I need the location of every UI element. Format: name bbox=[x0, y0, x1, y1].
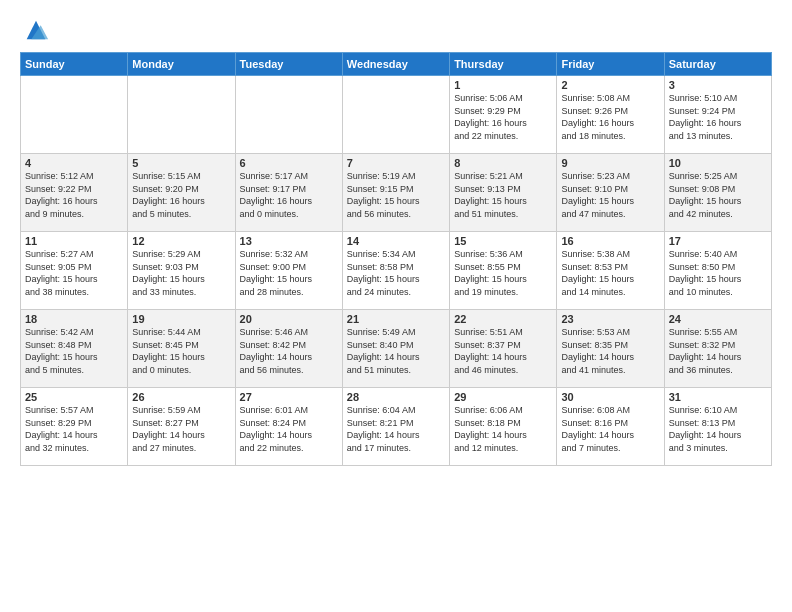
day-info: Sunrise: 6:06 AM Sunset: 8:18 PM Dayligh… bbox=[454, 404, 552, 454]
day-info: Sunrise: 6:01 AM Sunset: 8:24 PM Dayligh… bbox=[240, 404, 338, 454]
calendar-cell: 19Sunrise: 5:44 AM Sunset: 8:45 PM Dayli… bbox=[128, 310, 235, 388]
day-number: 2 bbox=[561, 79, 659, 91]
calendar-cell: 23Sunrise: 5:53 AM Sunset: 8:35 PM Dayli… bbox=[557, 310, 664, 388]
day-number: 18 bbox=[25, 313, 123, 325]
calendar-cell: 20Sunrise: 5:46 AM Sunset: 8:42 PM Dayli… bbox=[235, 310, 342, 388]
calendar-cell: 21Sunrise: 5:49 AM Sunset: 8:40 PM Dayli… bbox=[342, 310, 449, 388]
day-info: Sunrise: 5:27 AM Sunset: 9:05 PM Dayligh… bbox=[25, 248, 123, 298]
calendar-cell: 28Sunrise: 6:04 AM Sunset: 8:21 PM Dayli… bbox=[342, 388, 449, 466]
day-number: 7 bbox=[347, 157, 445, 169]
day-info: Sunrise: 5:46 AM Sunset: 8:42 PM Dayligh… bbox=[240, 326, 338, 376]
day-number: 22 bbox=[454, 313, 552, 325]
day-number: 5 bbox=[132, 157, 230, 169]
day-info: Sunrise: 5:38 AM Sunset: 8:53 PM Dayligh… bbox=[561, 248, 659, 298]
day-info: Sunrise: 5:19 AM Sunset: 9:15 PM Dayligh… bbox=[347, 170, 445, 220]
day-info: Sunrise: 5:51 AM Sunset: 8:37 PM Dayligh… bbox=[454, 326, 552, 376]
day-info: Sunrise: 5:17 AM Sunset: 9:17 PM Dayligh… bbox=[240, 170, 338, 220]
weekday-header-wednesday: Wednesday bbox=[342, 53, 449, 76]
day-number: 13 bbox=[240, 235, 338, 247]
day-info: Sunrise: 5:57 AM Sunset: 8:29 PM Dayligh… bbox=[25, 404, 123, 454]
header bbox=[20, 16, 772, 44]
calendar-cell bbox=[342, 76, 449, 154]
day-number: 12 bbox=[132, 235, 230, 247]
calendar-cell: 16Sunrise: 5:38 AM Sunset: 8:53 PM Dayli… bbox=[557, 232, 664, 310]
calendar-cell bbox=[21, 76, 128, 154]
weekday-header-friday: Friday bbox=[557, 53, 664, 76]
calendar-cell: 1Sunrise: 5:06 AM Sunset: 9:29 PM Daylig… bbox=[450, 76, 557, 154]
calendar-table: SundayMondayTuesdayWednesdayThursdayFrid… bbox=[20, 52, 772, 466]
week-row-2: 4Sunrise: 5:12 AM Sunset: 9:22 PM Daylig… bbox=[21, 154, 772, 232]
day-number: 11 bbox=[25, 235, 123, 247]
day-info: Sunrise: 5:40 AM Sunset: 8:50 PM Dayligh… bbox=[669, 248, 767, 298]
calendar-cell: 2Sunrise: 5:08 AM Sunset: 9:26 PM Daylig… bbox=[557, 76, 664, 154]
calendar-cell: 5Sunrise: 5:15 AM Sunset: 9:20 PM Daylig… bbox=[128, 154, 235, 232]
weekday-header-tuesday: Tuesday bbox=[235, 53, 342, 76]
day-info: Sunrise: 6:04 AM Sunset: 8:21 PM Dayligh… bbox=[347, 404, 445, 454]
calendar-cell bbox=[235, 76, 342, 154]
week-row-5: 25Sunrise: 5:57 AM Sunset: 8:29 PM Dayli… bbox=[21, 388, 772, 466]
weekday-header-row: SundayMondayTuesdayWednesdayThursdayFrid… bbox=[21, 53, 772, 76]
day-number: 6 bbox=[240, 157, 338, 169]
day-number: 14 bbox=[347, 235, 445, 247]
day-info: Sunrise: 6:08 AM Sunset: 8:16 PM Dayligh… bbox=[561, 404, 659, 454]
page: SundayMondayTuesdayWednesdayThursdayFrid… bbox=[0, 0, 792, 476]
calendar-cell: 27Sunrise: 6:01 AM Sunset: 8:24 PM Dayli… bbox=[235, 388, 342, 466]
calendar-cell: 30Sunrise: 6:08 AM Sunset: 8:16 PM Dayli… bbox=[557, 388, 664, 466]
day-number: 30 bbox=[561, 391, 659, 403]
week-row-3: 11Sunrise: 5:27 AM Sunset: 9:05 PM Dayli… bbox=[21, 232, 772, 310]
day-info: Sunrise: 5:59 AM Sunset: 8:27 PM Dayligh… bbox=[132, 404, 230, 454]
day-number: 21 bbox=[347, 313, 445, 325]
day-number: 1 bbox=[454, 79, 552, 91]
day-number: 17 bbox=[669, 235, 767, 247]
weekday-header-saturday: Saturday bbox=[664, 53, 771, 76]
calendar-cell: 3Sunrise: 5:10 AM Sunset: 9:24 PM Daylig… bbox=[664, 76, 771, 154]
calendar-cell: 25Sunrise: 5:57 AM Sunset: 8:29 PM Dayli… bbox=[21, 388, 128, 466]
day-info: Sunrise: 5:55 AM Sunset: 8:32 PM Dayligh… bbox=[669, 326, 767, 376]
day-number: 3 bbox=[669, 79, 767, 91]
day-info: Sunrise: 5:12 AM Sunset: 9:22 PM Dayligh… bbox=[25, 170, 123, 220]
calendar-cell: 11Sunrise: 5:27 AM Sunset: 9:05 PM Dayli… bbox=[21, 232, 128, 310]
calendar-cell: 18Sunrise: 5:42 AM Sunset: 8:48 PM Dayli… bbox=[21, 310, 128, 388]
calendar-cell: 14Sunrise: 5:34 AM Sunset: 8:58 PM Dayli… bbox=[342, 232, 449, 310]
day-info: Sunrise: 5:15 AM Sunset: 9:20 PM Dayligh… bbox=[132, 170, 230, 220]
day-info: Sunrise: 5:49 AM Sunset: 8:40 PM Dayligh… bbox=[347, 326, 445, 376]
day-info: Sunrise: 5:21 AM Sunset: 9:13 PM Dayligh… bbox=[454, 170, 552, 220]
day-number: 10 bbox=[669, 157, 767, 169]
day-number: 27 bbox=[240, 391, 338, 403]
day-number: 25 bbox=[25, 391, 123, 403]
calendar-cell: 15Sunrise: 5:36 AM Sunset: 8:55 PM Dayli… bbox=[450, 232, 557, 310]
day-info: Sunrise: 5:06 AM Sunset: 9:29 PM Dayligh… bbox=[454, 92, 552, 142]
day-number: 8 bbox=[454, 157, 552, 169]
day-number: 26 bbox=[132, 391, 230, 403]
logo-icon bbox=[22, 16, 50, 44]
day-number: 23 bbox=[561, 313, 659, 325]
calendar-cell: 10Sunrise: 5:25 AM Sunset: 9:08 PM Dayli… bbox=[664, 154, 771, 232]
day-number: 29 bbox=[454, 391, 552, 403]
day-info: Sunrise: 5:25 AM Sunset: 9:08 PM Dayligh… bbox=[669, 170, 767, 220]
calendar-cell: 24Sunrise: 5:55 AM Sunset: 8:32 PM Dayli… bbox=[664, 310, 771, 388]
logo bbox=[20, 16, 50, 44]
day-info: Sunrise: 5:42 AM Sunset: 8:48 PM Dayligh… bbox=[25, 326, 123, 376]
calendar-cell: 13Sunrise: 5:32 AM Sunset: 9:00 PM Dayli… bbox=[235, 232, 342, 310]
day-number: 4 bbox=[25, 157, 123, 169]
calendar-cell: 29Sunrise: 6:06 AM Sunset: 8:18 PM Dayli… bbox=[450, 388, 557, 466]
calendar-cell: 31Sunrise: 6:10 AM Sunset: 8:13 PM Dayli… bbox=[664, 388, 771, 466]
weekday-header-monday: Monday bbox=[128, 53, 235, 76]
day-number: 15 bbox=[454, 235, 552, 247]
day-number: 9 bbox=[561, 157, 659, 169]
calendar-cell: 8Sunrise: 5:21 AM Sunset: 9:13 PM Daylig… bbox=[450, 154, 557, 232]
day-info: Sunrise: 5:34 AM Sunset: 8:58 PM Dayligh… bbox=[347, 248, 445, 298]
day-info: Sunrise: 5:36 AM Sunset: 8:55 PM Dayligh… bbox=[454, 248, 552, 298]
calendar-cell: 12Sunrise: 5:29 AM Sunset: 9:03 PM Dayli… bbox=[128, 232, 235, 310]
day-info: Sunrise: 5:10 AM Sunset: 9:24 PM Dayligh… bbox=[669, 92, 767, 142]
calendar-cell: 26Sunrise: 5:59 AM Sunset: 8:27 PM Dayli… bbox=[128, 388, 235, 466]
day-info: Sunrise: 5:08 AM Sunset: 9:26 PM Dayligh… bbox=[561, 92, 659, 142]
weekday-header-sunday: Sunday bbox=[21, 53, 128, 76]
day-number: 19 bbox=[132, 313, 230, 325]
day-info: Sunrise: 5:32 AM Sunset: 9:00 PM Dayligh… bbox=[240, 248, 338, 298]
weekday-header-thursday: Thursday bbox=[450, 53, 557, 76]
week-row-4: 18Sunrise: 5:42 AM Sunset: 8:48 PM Dayli… bbox=[21, 310, 772, 388]
calendar-cell bbox=[128, 76, 235, 154]
day-number: 24 bbox=[669, 313, 767, 325]
day-info: Sunrise: 5:29 AM Sunset: 9:03 PM Dayligh… bbox=[132, 248, 230, 298]
